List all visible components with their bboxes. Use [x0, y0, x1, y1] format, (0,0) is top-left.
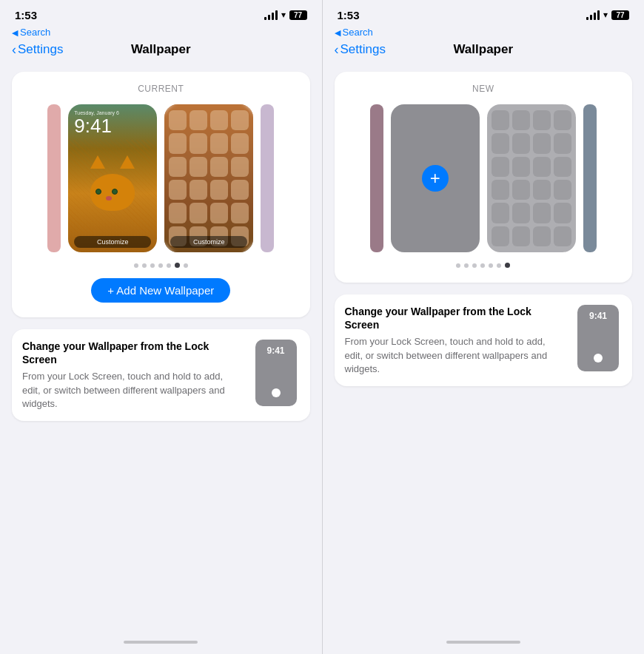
mini-dot-right: [594, 354, 603, 363]
wifi-icon: ▾: [281, 10, 286, 20]
customize-home-btn[interactable]: Customize: [170, 236, 247, 248]
mini-phone-left: 9:41: [255, 340, 297, 406]
info-title-right: Change your Wallpaper from the Lock Scre…: [345, 305, 566, 331]
info-desc-right: From your Lock Screen, touch and hold to…: [345, 335, 566, 376]
customize-lock-btn[interactable]: Customize: [74, 236, 151, 248]
lock-date: Tuesday, January 6: [74, 110, 151, 115]
status-time-left: 1:53: [15, 9, 37, 21]
right-panel: 1:53 ▾ 77 Search ‹ Settings Wallpaper NE…: [323, 0, 645, 654]
settings-back-button-right[interactable]: ‹ Settings: [335, 42, 386, 57]
side-peek-new-right: [583, 104, 597, 252]
home-screen-preview[interactable]: Customize: [164, 104, 253, 252]
info-preview-left: 9:41: [252, 340, 300, 406]
info-text-right: Change your Wallpaper from the Lock Scre…: [345, 305, 566, 376]
info-text-left: Change your Wallpaper from the Lock Scre…: [22, 340, 244, 411]
mini-dot-left: [272, 388, 281, 397]
info-card-right: Change your Wallpaper from the Lock Scre…: [335, 294, 633, 386]
page-dots-right: [456, 263, 510, 268]
mini-time-right: 9:41: [589, 311, 607, 321]
side-peek-new-left: [370, 104, 383, 252]
back-label-left: Settings: [18, 42, 63, 57]
status-time-right: 1:53: [338, 9, 360, 21]
page-dots-left: [134, 263, 188, 268]
left-panel: 1:53 ▾ 77 Search ‹ Settings Wallpaper CU…: [0, 0, 322, 654]
app-grid: [164, 104, 253, 252]
page-title-right: Wallpaper: [453, 42, 513, 57]
card-label-new: NEW: [472, 84, 494, 94]
status-bar-right: 1:53 ▾ 77: [323, 0, 645, 27]
info-desc-left: From your Lock Screen, touch and hold to…: [22, 370, 244, 411]
add-wallpaper-circle-btn[interactable]: +: [422, 165, 449, 192]
add-wallpaper-button[interactable]: + Add New Wallpaper: [91, 278, 230, 303]
cat-ear-left: [90, 155, 105, 169]
wallpaper-card-right: NEW +: [335, 72, 633, 283]
info-title-left: Change your Wallpaper from the Lock Scre…: [22, 340, 244, 366]
back-chevron-icon-right: ‹: [335, 43, 339, 56]
new-home-screen: [487, 104, 576, 252]
page-title-left: Wallpaper: [131, 42, 191, 57]
side-peek-right: [261, 104, 274, 252]
home-screen: Customize: [164, 104, 253, 252]
lock-screen-preview[interactable]: Tuesday, January 6 9:41: [68, 104, 157, 252]
battery-icon: 77: [289, 10, 307, 20]
card-label-current: CURRENT: [138, 84, 184, 94]
search-back-left[interactable]: Search: [0, 27, 322, 39]
info-preview-right: 9:41: [574, 305, 622, 371]
nav-bar-right: ‹ Settings Wallpaper: [323, 39, 645, 63]
wifi-icon-right: ▾: [603, 10, 608, 20]
status-icons-left: ▾ 77: [264, 10, 307, 20]
side-peek-left: [47, 104, 61, 252]
main-content-right: NEW +: [323, 63, 645, 633]
nav-bar-left: ‹ Settings Wallpaper: [0, 39, 322, 63]
status-icons-right: ▾ 77: [586, 10, 629, 20]
back-chevron-icon: ‹: [12, 43, 16, 56]
info-card-left: Change your Wallpaper from the Lock Scre…: [12, 329, 310, 421]
main-content-left: CURRENT Tuesday, January 6 9:41: [0, 63, 322, 633]
signal-icon-right: [586, 10, 600, 20]
lock-time: 9:41: [74, 115, 151, 137]
status-bar-left: 1:53 ▾ 77: [0, 0, 322, 27]
wallpaper-previews-left: Tuesday, January 6 9:41: [21, 104, 301, 252]
new-app-grid: [487, 104, 576, 252]
search-back-right[interactable]: Search: [323, 27, 645, 39]
home-indicator-right: [323, 633, 645, 654]
new-wallpaper-previews: +: [343, 104, 624, 252]
back-label-right: Settings: [341, 42, 386, 57]
cat-nose: [106, 196, 112, 200]
lock-screen-cat: Tuesday, January 6 9:41: [68, 104, 157, 252]
cat-eyes: [95, 189, 118, 195]
signal-icon: [264, 10, 278, 20]
mini-phone-right: 9:41: [577, 305, 619, 371]
home-indicator-left: [0, 633, 322, 654]
cat-face: [87, 163, 138, 211]
battery-icon-right: 77: [611, 10, 629, 20]
cat-body: [68, 140, 157, 233]
new-lock-screen[interactable]: +: [391, 104, 480, 252]
wallpaper-card-left: CURRENT Tuesday, January 6 9:41: [12, 72, 310, 317]
mini-time-left: 9:41: [266, 345, 284, 356]
settings-back-button-left[interactable]: ‹ Settings: [12, 42, 63, 57]
cat-ear-right: [120, 155, 135, 169]
